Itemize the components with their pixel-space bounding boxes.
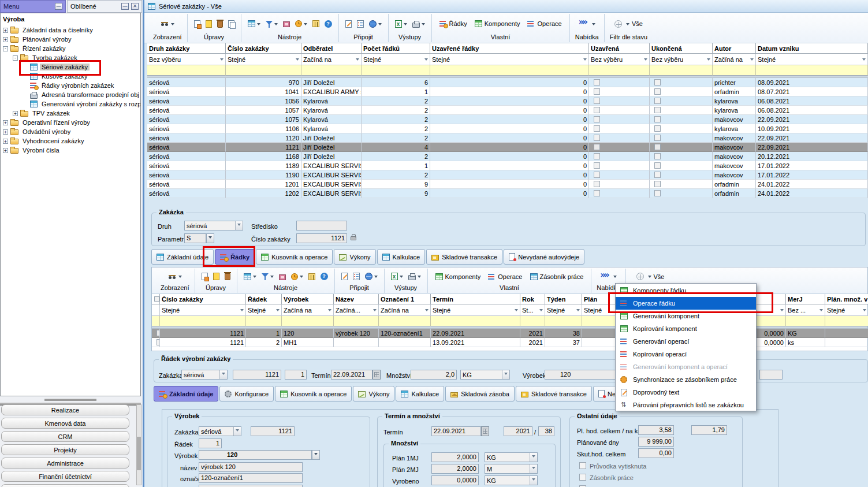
line-druh-combo-arrow-icon[interactable] xyxy=(219,370,227,379)
filter-cell[interactable]: Začíná... xyxy=(334,304,379,316)
search-cell[interactable] xyxy=(431,316,520,326)
tab-kusovník-a-operace[interactable]: Kusovník a operace xyxy=(275,386,352,402)
filter-dropdown-icon[interactable] xyxy=(515,309,518,313)
filter-dropdown-icon[interactable] xyxy=(425,309,429,313)
dropdown-caret-icon[interactable] xyxy=(304,23,307,27)
table-row[interactable]: sériová1120Jiří Doležel20makovcov22.09.2… xyxy=(147,133,868,143)
sort-icon[interactable] xyxy=(243,272,258,281)
table-row[interactable]: sériová1075Kylarová20makovcov22.09.2021 xyxy=(147,115,868,124)
table-row[interactable]: sériová1201EXCALIBUR SERVIS a.s.90orfadm… xyxy=(147,180,868,189)
tab-výkony[interactable]: Výkony xyxy=(334,249,375,265)
column-header[interactable]: Týden xyxy=(545,294,582,304)
filter-dropdown-icon[interactable] xyxy=(220,58,223,62)
tree-item[interactable]: Kusové zakázky xyxy=(1,72,140,81)
status-filter[interactable]: Vše xyxy=(634,273,667,280)
filter-cell[interactable]: Bez ... xyxy=(786,304,825,316)
druh-combo[interactable]: sériová xyxy=(184,221,243,231)
qty-unit-combo-arrow-icon[interactable] xyxy=(530,453,537,462)
tree-item[interactable]: +Odvádění výroby xyxy=(1,127,140,136)
note-icon[interactable] xyxy=(344,19,353,29)
work-queue-button[interactable]: Zásobník práce xyxy=(528,273,586,280)
filter-cell[interactable]: Stejné xyxy=(756,54,868,65)
dropdown-caret-icon[interactable] xyxy=(178,276,182,280)
row-checkbox[interactable] xyxy=(594,181,600,187)
scrollbar-thumb[interactable] xyxy=(137,437,141,470)
table-row[interactable]: 11211120výrobek 120120-označení122.09.20… xyxy=(152,329,867,338)
search-cell[interactable] xyxy=(246,316,282,326)
search-cell[interactable] xyxy=(713,65,756,76)
grid-settings-icon[interactable] xyxy=(311,19,321,28)
expand-icon[interactable]: + xyxy=(3,139,8,144)
expand-icon[interactable]: + xyxy=(3,28,8,33)
row-checkbox[interactable] xyxy=(654,135,661,141)
new-record-icon[interactable] xyxy=(193,19,202,29)
row-checkbox[interactable] xyxy=(594,107,600,113)
row-checkbox[interactable] xyxy=(654,172,661,178)
search-cell[interactable] xyxy=(160,316,246,326)
filter-dropdown-icon[interactable] xyxy=(356,58,359,62)
search-cell[interactable] xyxy=(147,65,226,76)
parametr-dropdown-icon[interactable] xyxy=(206,233,214,243)
other-value2-field[interactable]: 1,79 xyxy=(691,425,727,435)
filter-cell[interactable]: Bez výběru xyxy=(589,54,650,65)
row-checkbox[interactable] xyxy=(594,79,600,85)
table-row[interactable]: 11212MH113.09.20212021370,0000ks xyxy=(152,338,867,347)
tree-item[interactable]: Adresná transformace prodejní obj xyxy=(1,90,140,99)
filter-dropdown-icon[interactable] xyxy=(328,309,331,313)
line-mnozstvi-field[interactable]: 2,0 xyxy=(411,370,457,380)
dropdown-caret-icon[interactable] xyxy=(422,23,425,27)
dropdown-caret-icon[interactable] xyxy=(648,276,651,280)
excel-export-icon[interactable] xyxy=(390,272,404,281)
menu-item[interactable]: Generování operací xyxy=(616,335,756,348)
expand-icon[interactable]: + xyxy=(3,120,8,125)
row-checkbox[interactable] xyxy=(594,172,600,178)
dropdown-caret-icon[interactable] xyxy=(257,23,260,27)
components-button[interactable]: Komponenty xyxy=(433,273,483,280)
search-cell[interactable] xyxy=(152,316,160,326)
filter-cell[interactable]: Stejné xyxy=(545,304,582,316)
menu-item[interactable]: Kopírování operací xyxy=(616,348,756,360)
column-header[interactable]: Číslo zakázky xyxy=(160,294,246,304)
search-cell[interactable] xyxy=(362,65,430,76)
table-row[interactable]: sériová1041EXCALIBUR ARMY spol...10orfad… xyxy=(147,87,868,96)
cislo-zakazky-field[interactable]: 1121 xyxy=(296,233,347,243)
row-checkbox[interactable] xyxy=(654,153,661,159)
filter-icon[interactable] xyxy=(260,272,275,281)
delete-record-icon[interactable] xyxy=(223,272,232,281)
filter-icon[interactable] xyxy=(265,19,279,29)
filter-dropdown-icon[interactable] xyxy=(750,58,754,62)
menu-item[interactable]: Kopírování komponent xyxy=(616,322,756,335)
line-extra-field[interactable] xyxy=(759,370,783,380)
favorites-panel-close-icon[interactable]: ✕ xyxy=(131,3,139,10)
view-options-icon[interactable] xyxy=(159,19,176,28)
other-value-field[interactable]: 0,00 xyxy=(638,448,674,458)
links-icon[interactable] xyxy=(364,272,379,281)
column-header[interactable]: Počet řádků xyxy=(362,43,430,54)
row-checkbox[interactable] xyxy=(594,135,600,141)
components-button[interactable]: Komponenty xyxy=(472,20,523,27)
row-checkbox[interactable] xyxy=(654,107,661,113)
module-button[interactable]: Realizace xyxy=(1,404,129,415)
search-cell[interactable] xyxy=(282,316,334,326)
search-cell[interactable] xyxy=(589,65,650,76)
favorites-panel-minimize-icon[interactable]: — xyxy=(121,3,129,10)
dropdown-caret-icon[interactable] xyxy=(592,23,595,27)
tasks-icon[interactable] xyxy=(352,272,361,281)
group-edit-icon[interactable] xyxy=(282,19,291,28)
product-oznaceni1-field[interactable]: 120-označení1 xyxy=(199,473,303,483)
tab-skladové-transakce[interactable]: Skladové transakce xyxy=(516,386,592,402)
more-menu-icon[interactable] xyxy=(599,272,618,282)
rows-button[interactable]: Řádky xyxy=(437,20,470,27)
module-button[interactable]: Kmenová data xyxy=(1,418,129,429)
column-header[interactable] xyxy=(152,294,160,304)
help-icon[interactable] xyxy=(323,19,333,29)
tree-item[interactable]: Sériové zakázky xyxy=(1,62,140,72)
product-radek-field[interactable]: 1 xyxy=(199,438,222,448)
tree-item[interactable]: Řádky výrobních zakázek xyxy=(1,81,140,90)
dropdown-caret-icon[interactable] xyxy=(171,23,174,27)
qty-unit-combo-arrow-icon[interactable] xyxy=(530,476,537,485)
new-record-icon[interactable] xyxy=(200,272,209,281)
search-cell[interactable] xyxy=(825,316,868,326)
menu-item[interactable]: Operace řádku xyxy=(616,297,756,310)
tab-konfigurace[interactable]: Konfigurace xyxy=(219,386,274,402)
